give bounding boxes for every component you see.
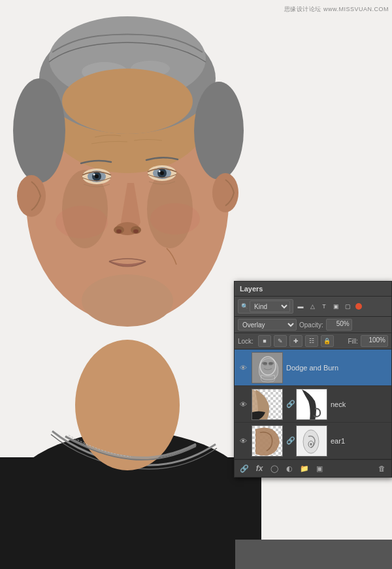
svg-point-10 (194, 82, 244, 180)
svg-rect-36 (252, 353, 283, 383)
filter-kind-wrapper[interactable]: 🔍 Kind (238, 299, 293, 314)
bottom-panel (235, 540, 392, 569)
layer-type-icons: ▬ △ T ▣ ▢ (295, 301, 362, 312)
svg-point-25 (159, 171, 161, 172)
new-group-btn[interactable]: 📁 (299, 463, 310, 474)
layer-link-neck: 🔗 (286, 400, 293, 408)
layer-thumb-neck-left (252, 389, 283, 420)
layer-visibility-ear1[interactable]: 👁 (238, 436, 248, 446)
shape-layer-icon[interactable]: ▣ (331, 301, 341, 312)
layers-filter-bar: 🔍 Kind ▬ △ T ▣ ▢ (235, 297, 391, 317)
add-mask-btn[interactable]: ◯ (269, 463, 280, 474)
layer-link-ear1: 🔗 (286, 436, 293, 445)
svg-point-19 (95, 174, 99, 178)
lock-label: Lock: (238, 338, 253, 345)
filter-kind-select[interactable]: Kind (250, 301, 290, 312)
fill-value[interactable]: 100% (361, 335, 388, 347)
svg-point-13 (62, 69, 193, 134)
layers-panel-header: Layers (235, 282, 391, 297)
blend-opacity-row: Overlay Opacity: 50% (235, 317, 391, 333)
svg-point-9 (13, 78, 65, 183)
lock-pixels-btn[interactable]: ✎ (274, 335, 287, 347)
svg-point-30 (133, 229, 139, 233)
adjustment-layer-icon[interactable]: △ (307, 301, 318, 312)
layers-panel: Layers 🔍 Kind ▬ △ T ▣ ▢ Overlay Opacity:… (234, 281, 392, 478)
search-icon: 🔍 (241, 303, 248, 310)
svg-point-34 (56, 206, 108, 238)
svg-point-32 (17, 175, 46, 217)
lock-position-btn[interactable]: ✚ (289, 335, 302, 347)
svg-point-54 (310, 443, 312, 446)
layer-thumb-ear1-mask (296, 425, 327, 457)
filter-active-indicator (355, 303, 362, 310)
svg-point-31 (82, 274, 173, 327)
link-layers-btn[interactable]: 🔗 (238, 463, 250, 474)
svg-point-4 (75, 340, 180, 470)
layer-thumb-dodge-burn (252, 352, 283, 383)
svg-point-37 (260, 357, 276, 375)
smart-object-icon[interactable]: ▢ (342, 301, 353, 312)
layer-name-ear1: ear1 (331, 437, 388, 445)
pixel-layer-icon[interactable]: ▬ (295, 301, 306, 312)
layer-thumb-ear1-left (252, 425, 283, 457)
blend-mode-select[interactable]: Overlay (238, 319, 297, 331)
watermark: 思缘设计论坛 www.MISSVUAN.COM (284, 5, 389, 14)
lock-artboards-btn[interactable]: ☷ (305, 335, 318, 347)
svg-point-39 (269, 362, 272, 365)
opacity-label: Opacity: (299, 321, 323, 329)
new-layer-btn[interactable]: ▣ (314, 463, 325, 474)
svg-point-24 (160, 171, 164, 175)
layers-bottom-toolbar: 🔗 fx ◯ ◐ 📁 ▣ 🗑 (235, 459, 391, 477)
adjustment-btn[interactable]: ◐ (284, 463, 295, 474)
layers-title: Layers (240, 285, 263, 293)
lock-all-btn[interactable]: 🔒 (321, 335, 334, 347)
lock-fill-row: Lock: ■ ✎ ✚ ☷ 🔒 Fill: 100% (235, 333, 391, 350)
layer-visibility-neck[interactable]: 👁 (238, 399, 248, 410)
layer-visibility-dodge-burn[interactable]: 👁 (238, 363, 248, 373)
fill-label: Fill: (348, 338, 358, 345)
svg-rect-3 (0, 457, 261, 569)
layer-thumb-neck-mask (296, 389, 327, 420)
layer-name-neck: neck (331, 400, 388, 408)
fx-btn[interactable]: fx (253, 463, 265, 474)
svg-point-20 (93, 174, 95, 176)
layer-name-dodge-burn: Dodge and Burn (286, 364, 388, 372)
layer-row-ear1[interactable]: 👁 🔗 (235, 423, 391, 459)
layer-row-dodge-burn[interactable]: 👁 Dodge and Burn (235, 350, 391, 386)
type-layer-icon[interactable]: T (319, 301, 329, 312)
svg-point-38 (263, 362, 267, 365)
layer-row-neck[interactable]: 👁 🔗 (235, 386, 391, 423)
delete-layer-btn[interactable]: 🗑 (376, 463, 387, 474)
lock-transparency-btn[interactable]: ■ (258, 335, 271, 347)
svg-point-29 (116, 229, 122, 233)
opacity-value[interactable]: 50% (326, 319, 352, 331)
svg-point-35 (150, 203, 200, 235)
svg-point-52 (303, 430, 319, 453)
